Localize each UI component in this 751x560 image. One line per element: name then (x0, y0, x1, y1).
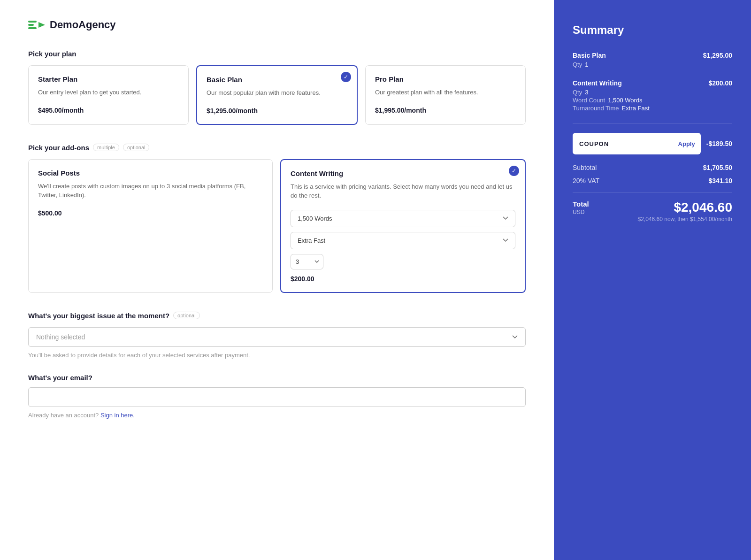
plan-name-starter: Starter Plan (38, 75, 179, 83)
issue-select[interactable]: Nothing selected (28, 327, 526, 347)
summary-item-content-row: Content Writing $200.00 (573, 79, 732, 87)
grand-total-label: Total (573, 200, 589, 208)
summary-item-content-price: $200.00 (708, 79, 732, 87)
addon-desc-content: This is a service with pricing variants.… (291, 182, 515, 200)
summary-item-basic-qty: Qty 1 (573, 61, 732, 68)
issue-badge: optional (173, 312, 200, 319)
addon-price-social: $500.00 (38, 209, 263, 217)
summary-panel: Summary Basic Plan $1,295.00 Qty 1 Conte… (554, 0, 751, 560)
summary-item-content-qty: Qty 3 (573, 89, 732, 96)
coupon-input-wrapper: Apply (573, 133, 701, 154)
logo-bar-2 (28, 24, 34, 26)
addons-section-title: Pick your add-ons multiple optional (28, 144, 526, 152)
logo-bar-1 (28, 21, 37, 23)
addon-name-social: Social Posts (38, 169, 263, 177)
plan-card-starter[interactable]: Starter Plan Our entry level plan to get… (28, 65, 189, 125)
summary-item-basic-name: Basic Plan (573, 52, 606, 59)
summary-item-basic-price: $1,295.00 (703, 52, 732, 59)
email-section: What's your email? Already have an accou… (28, 374, 526, 419)
svg-marker-0 (38, 22, 45, 28)
qty-select[interactable]: 1 2 3 4 5 (291, 254, 323, 269)
summary-item-content-turnaround: Turnaround Time Extra Fast (573, 105, 732, 112)
addon-check-icon-content: ✓ (509, 166, 519, 176)
plan-price-starter: $495.00/month (38, 107, 179, 114)
coupon-input[interactable] (579, 140, 674, 147)
plan-desc-pro: Our greatest plan with all the features. (375, 88, 516, 97)
addon-card-content[interactable]: ✓ Content Writing This is a service with… (280, 159, 526, 293)
grand-total-sub: $2,046.60 now, then $1,554.00/month (638, 216, 733, 222)
vat-label: 20% VAT (573, 177, 599, 184)
plan-desc-starter: Our entry level plan to get you started. (38, 88, 179, 97)
summary-divider (573, 123, 732, 123)
plan-price-pro: $1,995.00/month (375, 107, 516, 114)
addon-selects-content: 500 Words 1,000 Words 1,500 Words 2,000 … (291, 210, 515, 269)
word-count-select[interactable]: 500 Words 1,000 Words 1,500 Words 2,000 … (291, 210, 515, 227)
addon-card-social[interactable]: Social Posts We'll create posts with cus… (28, 159, 273, 293)
coupon-discount: -$189.50 (706, 140, 732, 147)
coupon-row: Apply -$189.50 (573, 133, 732, 154)
sign-in-text: Already have an account? Sign in here. (28, 412, 526, 419)
logo-icon (28, 21, 45, 29)
vat-row: 20% VAT $341.10 (573, 177, 732, 184)
plan-check-icon-basic: ✓ (341, 72, 351, 82)
logo: DemoAgency (28, 19, 526, 31)
plan-name-pro: Pro Plan (375, 75, 516, 83)
issue-section: What's your biggest issue at the moment?… (28, 312, 526, 359)
subtotal-value: $1,705.50 (703, 164, 732, 171)
vat-value: $341.10 (708, 177, 732, 184)
email-label: What's your email? (28, 374, 526, 382)
addon-price-content: $200.00 (291, 275, 515, 283)
subtotal-label: Subtotal (573, 164, 597, 171)
logo-arrow-icon (38, 22, 45, 28)
summary-item-content-words: Word Count 1,500 Words (573, 97, 732, 104)
email-input[interactable] (28, 387, 526, 407)
summary-item-basic: Basic Plan $1,295.00 Qty 1 (573, 52, 732, 68)
addon-badge-multiple: multiple (93, 144, 119, 151)
addon-desc-social: We'll create posts with custom images on… (38, 182, 263, 200)
issue-hint: You'll be asked to provide details for e… (28, 352, 526, 359)
apply-coupon-button[interactable]: Apply (674, 140, 699, 147)
grand-total-label-group: Total USD (573, 200, 589, 215)
addon-name-content: Content Writing (291, 169, 515, 177)
plan-name-basic: Basic Plan (207, 76, 347, 84)
issue-section-title: What's your biggest issue at the moment?… (28, 312, 526, 320)
sign-in-link[interactable]: Sign in here. (100, 412, 135, 419)
turnaround-select[interactable]: Standard Fast Extra Fast (291, 232, 515, 249)
summary-item-basic-row: Basic Plan $1,295.00 (573, 52, 732, 59)
addon-badge-optional: optional (123, 144, 150, 151)
logo-text: DemoAgency (50, 19, 116, 31)
plan-card-pro[interactable]: Pro Plan Our greatest plan with all the … (365, 65, 526, 125)
logo-bar-3 (28, 27, 37, 29)
plan-card-basic[interactable]: ✓ Basic Plan Our most popular plan with … (196, 65, 358, 125)
summary-totals: Subtotal $1,705.50 20% VAT $341.10 (573, 164, 732, 184)
summary-title: Summary (573, 23, 732, 37)
plans-section-title: Pick your plan (28, 50, 526, 58)
plan-desc-basic: Our most popular plan with more features… (207, 88, 347, 98)
grand-total-amount: $2,046.60 (638, 200, 733, 215)
summary-item-content: Content Writing $200.00 Qty 3 Word Count… (573, 79, 732, 112)
subtotal-row: Subtotal $1,705.50 (573, 164, 732, 171)
grand-total-currency: USD (573, 209, 589, 215)
summary-item-content-name: Content Writing (573, 79, 622, 87)
plans-grid: Starter Plan Our entry level plan to get… (28, 65, 526, 125)
grand-total-row: Total USD $2,046.60 $2,046.60 now, then … (573, 192, 732, 222)
plan-price-basic: $1,295.00/month (207, 107, 347, 115)
addons-grid: Social Posts We'll create posts with cus… (28, 159, 526, 293)
grand-total-amount-group: $2,046.60 $2,046.60 now, then $1,554.00/… (638, 200, 733, 222)
